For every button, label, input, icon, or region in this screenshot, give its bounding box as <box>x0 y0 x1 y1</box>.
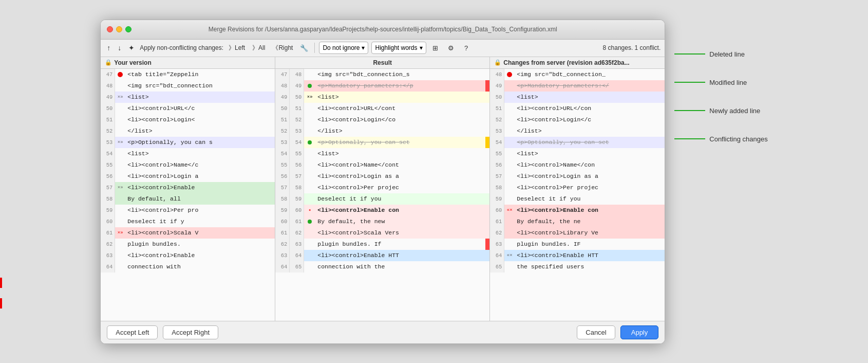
right-indicator <box>485 171 489 182</box>
minimize-button[interactable] <box>116 26 122 32</box>
table-row: 50 <li><control>URL</c <box>101 103 275 114</box>
line-code: <li><control>Per pro <box>125 205 275 216</box>
cancel-button[interactable]: Cancel <box>577 325 615 339</box>
line-code: <li><control>URL</c <box>125 103 275 114</box>
line-marker <box>115 69 125 80</box>
right-indicator <box>485 227 489 239</box>
line-code: <li><control>Scala V <box>125 227 275 239</box>
merge-dialog: Merge Revisions for /Users/anna.gasparya… <box>100 20 665 344</box>
right-line-num: 61 <box>290 216 304 227</box>
close-button[interactable] <box>107 26 113 32</box>
grid-button[interactable]: ⊞ <box>429 42 442 54</box>
wrench-button[interactable]: 🔧 <box>298 42 310 54</box>
line-marker <box>504 159 515 171</box>
line-code: plugin bundles. IF <box>515 239 665 250</box>
table-row: 53 ×» <p>Optionally, you can s <box>101 137 275 148</box>
line-number: 55 <box>101 159 115 171</box>
center-marker <box>304 250 315 261</box>
center-marker <box>304 193 315 205</box>
right-indicator <box>485 114 489 125</box>
table-row: 49 <p>Mandatory parameters:</ <box>490 80 665 92</box>
right-indicator <box>485 69 489 80</box>
table-row: 54 55 <list> <box>275 148 489 159</box>
center-code: <li><control>URL</cont <box>315 103 485 114</box>
line-number: 59 <box>490 193 504 205</box>
highlight-dropdown[interactable]: Highlight words ▾ <box>371 42 426 54</box>
table-row: 48 49 <p>Mandatory parameters:</p <box>275 80 489 92</box>
left-line-num: 48 <box>275 80 290 92</box>
legend-line-conflict <box>674 138 705 139</box>
right-indicator <box>485 261 489 273</box>
center-marker <box>304 125 315 137</box>
line-marker <box>115 171 125 182</box>
right-button[interactable]: 《Right <box>270 43 295 53</box>
left-line-num: 57 <box>275 182 290 193</box>
right-line-num: 51 <box>290 103 304 114</box>
line-number: 56 <box>490 159 504 171</box>
help-button[interactable]: ? <box>460 42 473 54</box>
table-row: 47 48 <img src="bdt_connection_s <box>275 69 489 80</box>
right-line-num: 59 <box>290 193 304 205</box>
line-code: <li><control>Enable <box>125 250 275 261</box>
line-marker <box>504 103 515 114</box>
legend-line-modified <box>674 82 705 83</box>
left-line-num: 49 <box>275 92 290 103</box>
line-code: <li><control>Per projec <box>515 182 665 193</box>
line-marker: ×» <box>115 182 125 193</box>
right-indicator <box>485 250 489 261</box>
right-line-num: 52 <box>290 114 304 125</box>
left-line-num: 64 <box>275 261 290 273</box>
left-button[interactable]: 》Left <box>227 43 247 53</box>
maximize-button[interactable] <box>125 26 131 32</box>
line-number: 63 <box>101 250 115 261</box>
legend-conflict-label: Conflicting changes <box>709 135 767 143</box>
center-code: <li><control>Enable HTT <box>315 250 485 261</box>
right-line-num: 56 <box>290 159 304 171</box>
table-row: 64 65 connection with the <box>275 261 489 273</box>
line-code: <li><control>Library Ve <box>515 227 665 239</box>
line-marker <box>504 69 515 80</box>
down-button[interactable]: ↓ <box>116 43 123 53</box>
right-line-num: 65 <box>290 261 304 273</box>
footer: Accept Left Accept Right Cancel Apply <box>101 321 665 343</box>
accept-right-button[interactable]: Accept Right <box>163 325 218 339</box>
line-code: <list> <box>515 148 665 159</box>
line-number: 55 <box>490 148 504 159</box>
line-number: 48 <box>101 80 115 92</box>
left-line-num: 53 <box>275 137 290 148</box>
line-marker <box>504 80 515 92</box>
table-row: 61 By default, the ne <box>490 216 665 227</box>
line-number: 64 <box>101 261 115 273</box>
line-code: <li><control>Login< <box>125 114 275 125</box>
magic-button[interactable]: ✦ <box>126 43 137 53</box>
table-row: 47 <tab title="Zeppelin <box>101 69 275 80</box>
up-button[interactable]: ↑ <box>105 43 112 53</box>
table-row: 65 the specified users <box>490 261 665 273</box>
center-code: <list> <box>315 148 485 159</box>
ignore-dropdown[interactable]: Do not ignore ▾ <box>319 42 368 54</box>
line-marker <box>504 261 515 273</box>
left-line-num: 58 <box>275 193 290 205</box>
right-line-num: 60 <box>290 205 304 216</box>
apply-button[interactable]: Apply <box>620 325 659 339</box>
all-button[interactable]: 》All <box>250 43 267 53</box>
right-header-label: Changes from server (revision ad635f2ba.… <box>503 59 629 66</box>
table-row: 48 <img src="bdt_connection <box>101 80 275 92</box>
line-marker <box>504 182 515 193</box>
legend-panel: Deleted line Modified line Newly added l… <box>674 20 767 143</box>
legend-added: Newly added line <box>674 107 767 115</box>
center-marker <box>304 159 315 171</box>
column-headers: 🔒 Your version Result 🔒 Changes from ser… <box>101 57 665 69</box>
right-panel: 48 <img src="bdt_connection_ 49 <p>Manda… <box>490 69 665 321</box>
line-code: <list> <box>125 92 275 103</box>
table-row: 55 56 <li><control>Name</cont <box>275 159 489 171</box>
left-line-num: 60 <box>275 216 290 227</box>
legend-line-deleted <box>674 53 705 55</box>
line-marker: «× <box>504 205 515 216</box>
accept-left-button[interactable]: Accept Left <box>107 325 158 339</box>
legend-modified-label: Modified line <box>709 79 747 86</box>
line-number: 54 <box>490 137 504 148</box>
table-row: 58 <li><control>Per projec <box>490 182 665 193</box>
settings-button[interactable]: ⚙ <box>445 42 457 54</box>
right-line-num: 49 <box>290 80 304 92</box>
